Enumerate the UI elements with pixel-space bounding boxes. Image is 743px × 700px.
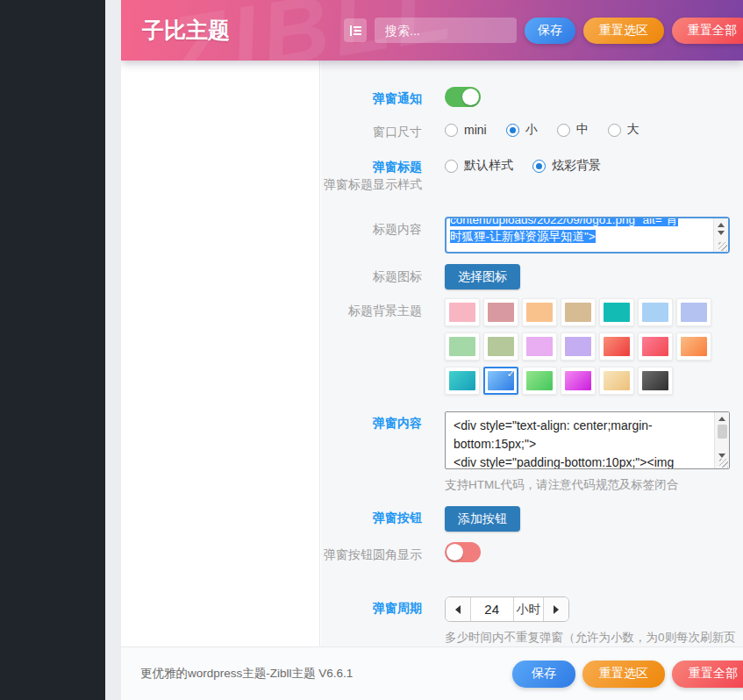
- decrement-button[interactable]: [446, 597, 470, 621]
- scrollbar-thumb[interactable]: [718, 425, 727, 439]
- add-button-button[interactable]: 添加按钮: [445, 506, 520, 532]
- reset-section-button[interactable]: 重置选区: [583, 18, 664, 44]
- header-actions: 保存 重置选区 重置全部: [344, 0, 743, 61]
- popup-content-textarea[interactable]: <div style="text-align: center;margin- b…: [445, 411, 730, 469]
- popup-button-radius-toggle[interactable]: [445, 542, 481, 562]
- settings-form: 弹窗通知 窗口尺寸 mini 小 中: [321, 61, 743, 646]
- resize-grip-icon[interactable]: [718, 242, 727, 251]
- swatch-gold-gradient[interactable]: [599, 367, 634, 395]
- footer-reset-all-button[interactable]: 重置全部: [672, 661, 743, 688]
- popup-button-radius-label: 弹窗按钮圆角显示: [324, 547, 422, 561]
- radio-circle: [445, 160, 458, 173]
- header-bar: ZIBLL 子比主题 保存 重置选区 重置全部: [121, 0, 743, 61]
- window-size-radios: mini 小 中 大: [445, 119, 731, 138]
- radio-colorful-bg[interactable]: 炫彩背景: [532, 158, 601, 174]
- swatch-blue-gradient-selected[interactable]: ✓: [483, 367, 518, 395]
- swatch-orchid[interactable]: [522, 332, 557, 361]
- popup-cycle-stepper: 小时: [445, 596, 569, 622]
- popup-content-label: 弹窗内容: [373, 416, 422, 430]
- swatch-sage[interactable]: [483, 332, 518, 361]
- selected-text-line2: 时狐狸-让新鲜资源早知道">: [450, 230, 596, 243]
- swatch-pink[interactable]: [445, 298, 480, 326]
- swatch-grid: ✓: [445, 298, 718, 401]
- swatch-fill: [449, 371, 475, 390]
- footer-actions: 保存 重置选区 重置全部: [512, 661, 743, 688]
- popup-buttons-label: 弹窗按钮: [373, 511, 422, 525]
- swatch-light-green[interactable]: [445, 332, 480, 361]
- swatch-tan[interactable]: [561, 298, 596, 326]
- popup-cycle-unit: 小时: [514, 597, 545, 621]
- swatch-red-gradient[interactable]: [599, 332, 634, 361]
- radio-mini[interactable]: mini: [445, 123, 487, 137]
- radio-circle: [557, 124, 570, 137]
- footer-reset-section-button[interactable]: 重置选区: [582, 661, 665, 688]
- scroll-down-icon[interactable]: [718, 231, 725, 235]
- radio-label: 中: [576, 122, 589, 138]
- swatch-fill: [565, 371, 591, 390]
- title-content-label: 标题内容: [373, 222, 422, 236]
- check-icon: ✓: [507, 368, 515, 380]
- resize-grip-icon[interactable]: [719, 459, 728, 468]
- toggle-knob: [462, 89, 479, 105]
- popup-title-sublabel: 弹窗标题显示样式: [321, 175, 422, 194]
- swatch-light-blue[interactable]: [638, 298, 673, 326]
- swatch-magenta-gradient[interactable]: [561, 367, 596, 395]
- radio-label: 小: [525, 122, 538, 138]
- footer-save-button[interactable]: 保存: [512, 661, 575, 688]
- swatch-periwinkle[interactable]: [676, 298, 711, 326]
- radio-large[interactable]: 大: [608, 122, 639, 138]
- swatch-fill: [488, 337, 514, 356]
- swatch-fill: [526, 337, 553, 356]
- popup-content-text: <div style="text-align: center;margin- b…: [446, 412, 714, 468]
- row-title-content: 标题内容 content/uploads/2022/09/logo1.png" …: [321, 217, 731, 254]
- row-window-size: 窗口尺寸 mini 小 中 大: [321, 119, 731, 141]
- footer-bar: 更优雅的wordpress主题-Zibll主题 V6.6.1 保存 重置选区 重…: [121, 646, 743, 700]
- search-input[interactable]: [375, 18, 517, 43]
- popup-cycle-label: 弹窗周期: [373, 601, 422, 615]
- row-popup-title-style: 弹窗标题 弹窗标题显示样式 默认样式 炫彩背景: [321, 155, 731, 210]
- collapse-menu-glyph: [349, 25, 362, 37]
- swatch-teal[interactable]: [599, 298, 634, 326]
- radio-circle: [445, 124, 458, 137]
- row-popup-cycle: 弹窗周期 小时 多少时间内不重复弹窗（允许为小数，为0则每次刷新页面都会弹出）: [321, 596, 731, 646]
- popup-content-helper: 支持HTML代码，请注意代码规范及标签闭合: [445, 475, 731, 494]
- right-arrow-icon: [554, 605, 559, 614]
- swatch-lavender[interactable]: [561, 332, 596, 361]
- increment-button[interactable]: [544, 597, 568, 621]
- row-popup-buttons: 弹窗按钮 添加按钮: [321, 506, 731, 532]
- radio-default-style[interactable]: 默认样式: [445, 158, 513, 174]
- swatch-peach[interactable]: [522, 298, 557, 326]
- scroll-up-icon[interactable]: [718, 417, 725, 421]
- radio-label: 大: [627, 122, 639, 138]
- scroll-down-icon[interactable]: [718, 454, 725, 458]
- theme-settings-panel: ZIBLL 子比主题 保存 重置选区 重置全部 弹窗通知: [121, 0, 743, 700]
- swatch-fill: [642, 337, 668, 356]
- title-content-textarea[interactable]: content/uploads/2022/09/logo1.png" alt="…: [445, 217, 730, 254]
- radio-label: mini: [464, 123, 487, 137]
- popup-cycle-input[interactable]: [470, 597, 514, 621]
- swatch-orange-gradient[interactable]: [676, 332, 711, 361]
- reset-all-button[interactable]: 重置全部: [672, 18, 743, 44]
- collapse-menu-icon[interactable]: [344, 18, 367, 42]
- swatch-fill: [488, 303, 514, 322]
- radio-small[interactable]: 小: [506, 122, 538, 138]
- popup-notice-toggle[interactable]: [445, 87, 481, 107]
- window-size-label: 窗口尺寸: [373, 125, 422, 139]
- popup-title-label: 弹窗标题: [373, 160, 422, 174]
- swatch-dusty-rose[interactable]: [483, 298, 518, 326]
- swatch-pink-red-gradient[interactable]: [638, 332, 673, 361]
- swatch-fill: [642, 303, 668, 322]
- swatch-teal-gradient[interactable]: [445, 367, 480, 395]
- page-title: 子比主题: [142, 16, 230, 45]
- admin-sidebar: [0, 0, 105, 700]
- radio-medium[interactable]: 中: [557, 122, 589, 138]
- swatch-dark-gray-gradient[interactable]: [638, 367, 673, 395]
- swatch-green-gradient[interactable]: [522, 367, 557, 395]
- popup-title-radios: 默认样式 炫彩背景: [445, 155, 731, 174]
- left-arrow-icon: [455, 605, 461, 614]
- save-button[interactable]: 保存: [525, 18, 575, 44]
- scroll-up-icon[interactable]: [718, 223, 725, 227]
- swatch-fill: [604, 303, 630, 322]
- swatch-fill: [526, 303, 553, 322]
- choose-icon-button[interactable]: 选择图标: [445, 264, 520, 289]
